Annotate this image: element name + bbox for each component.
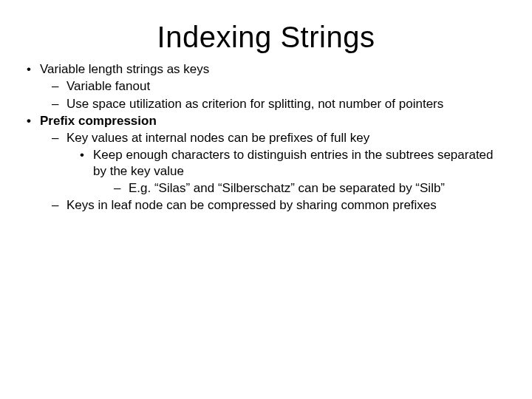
slide-title: Indexing Strings [22, 21, 510, 54]
slide-body: Variable length strings as keys Variable… [22, 61, 510, 213]
bullet-l1: Variable length strings as keys [40, 61, 510, 77]
bullet-l1: Prefix compression [40, 113, 510, 129]
bullet-l2: Keys in leaf node can be compressed by s… [66, 197, 510, 213]
bullet-l2: Variable fanout [66, 78, 510, 94]
bullet-l2: Key values at internal nodes can be pref… [66, 130, 510, 146]
slide: Indexing Strings Variable length strings… [0, 0, 532, 399]
bullet-l2: Use space utilization as criterion for s… [66, 96, 510, 112]
bullet-l3: Keep enough characters to distinguish en… [93, 147, 510, 179]
bullet-l4: E.g. “Silas” and “Silberschatz” can be s… [129, 180, 510, 196]
